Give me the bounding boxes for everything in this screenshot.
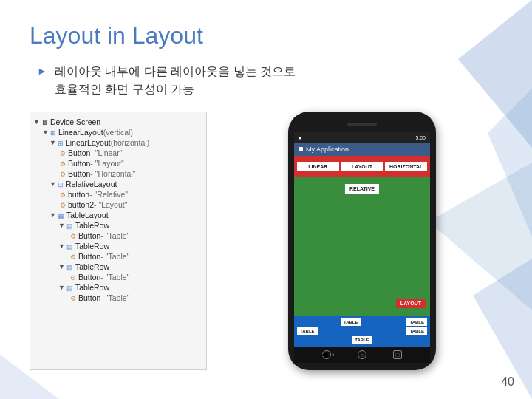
btn-icon: [60, 201, 66, 209]
table-btn: TABLE: [297, 327, 318, 335]
tree-label: button: [68, 190, 89, 199]
phone-screen: My Application LINEAR LAYOUT HORIZONTAL …: [294, 143, 430, 347]
tree-sublabel: - "Table": [100, 231, 129, 240]
horizontal-button: HORIZONTAL: [385, 162, 427, 171]
bullet-item: ► 레이아웃 내부에 다른 레이아웃을 넣는 것으로효율적인 화면 구성이 가능: [37, 63, 502, 98]
tree-item: ▼ LinearLayout (horizontal): [33, 137, 203, 148]
tree-item: ▼ Device Screen: [33, 117, 203, 127]
tree-label: TableRow: [75, 262, 109, 271]
table-icon: [58, 211, 64, 219]
table-btn: TABLE: [406, 327, 427, 335]
tablerow-icon: [66, 263, 73, 271]
tree-sublabel: - "Linear": [90, 149, 122, 157]
tree-label: LinearLayout: [66, 138, 111, 147]
tree-item: Button - "Horizontal": [33, 168, 203, 179]
phone-area: ■ 5:00 My Application LINEAR LAYOUT HORI…: [222, 112, 502, 370]
tree-arrow: ▼: [50, 180, 56, 188]
table-row-1: TABLE TABLE: [297, 318, 427, 326]
tree-item: Button - "Linear": [33, 148, 203, 158]
tablerow-icon: [66, 242, 73, 250]
tree-arrow: ▼: [33, 118, 40, 126]
slide-content: Layout in Layout ► 레이아웃 내부에 다른 레이아웃을 넣는 …: [0, 0, 532, 385]
bullet-text: 레이아웃 내부에 다른 레이아웃을 넣는 것으로효율적인 화면 구성이 가능: [55, 63, 296, 98]
tree-sublabel: - "Layout": [90, 159, 123, 168]
table-layout-area: TABLE TABLE TABLE TABLE TABLE: [294, 316, 430, 347]
linear-layout-row: LINEAR LAYOUT HORIZONTAL: [294, 156, 430, 177]
relative-icon: [58, 180, 64, 188]
device-icon: [41, 118, 48, 126]
btn-icon: [70, 232, 76, 240]
tree-arrow: ▼: [58, 222, 65, 229]
tree-item: Button - "Layout": [33, 158, 203, 168]
tree-label: Button: [68, 159, 90, 168]
status-app-indicator: ■: [299, 135, 301, 140]
tree-panel: ▼ Device Screen ▼ LinearLayout (vertical…: [30, 112, 207, 370]
btn-icon: [60, 191, 66, 199]
tree-sublabel: - "Relative": [89, 190, 128, 199]
table-row-2: TABLE TABLE: [297, 327, 427, 335]
phone-speaker: [347, 123, 377, 126]
tree-arrow: ▼: [50, 139, 56, 146]
tree-item: ▼ TableLayout: [33, 210, 203, 220]
tree-item: Button - "Table": [33, 293, 203, 303]
tree-arrow: ▼: [58, 263, 65, 270]
tree-item: ▼ TableRow: [33, 220, 203, 231]
tree-label: TableRow: [75, 221, 109, 230]
tree-label: Button: [78, 293, 100, 302]
linear-icon: [58, 139, 64, 147]
recents-button[interactable]: □: [393, 350, 402, 359]
tree-item: ▼ TableRow: [33, 241, 203, 251]
tree-label: TableRow: [75, 242, 109, 250]
tree-sublabel: - "Layout": [94, 200, 127, 209]
tablerow-icon: [66, 284, 73, 292]
tree-item: ▼ RelativeLayout: [33, 179, 203, 189]
btn-icon: [60, 149, 66, 157]
back-button[interactable]: ◄: [322, 350, 331, 359]
tree-label: Button: [78, 252, 100, 261]
tree-arrow: ▼: [50, 211, 56, 219]
tree-item: ▼ TableRow: [33, 262, 203, 272]
btn-icon: [70, 273, 76, 282]
phone-nav-bar: ◄ ○ □: [294, 347, 430, 363]
tree-sublabel: (vertical): [103, 128, 133, 137]
relative-btn: RELATIVE: [345, 184, 379, 194]
tree-sublabel: - "Table": [100, 273, 129, 282]
btn-icon: [60, 170, 66, 178]
table-btn: TABLE: [341, 318, 361, 326]
app-icon: [299, 147, 303, 151]
tree-arrow: ▼: [42, 129, 49, 136]
tree-label: Button: [78, 273, 100, 282]
tree-item: button2 - "Layout": [33, 200, 203, 210]
tree-item: button - "Relative": [33, 189, 203, 200]
btn-icon: [70, 253, 76, 261]
tree-item: ▼ TableRow: [33, 282, 203, 293]
tree-label: Device Screen: [50, 117, 100, 126]
tree-item: Button - "Table": [33, 231, 203, 241]
layout-rel-btn: LAYOUT: [396, 299, 426, 308]
tree-label: LinearLayout: [58, 128, 103, 137]
tree-sublabel: (horizontal): [111, 138, 150, 147]
tree-sublabel: - "Table": [100, 252, 129, 261]
linear-button: LINEAR: [297, 162, 339, 171]
home-button[interactable]: ○: [358, 350, 366, 359]
tree-label: RelativeLayout: [66, 180, 117, 188]
relative-layout-area: RELATIVE LAYOUT: [294, 177, 430, 316]
tree-item: ▼ LinearLayout (vertical): [33, 127, 203, 137]
tree-arrow: ▼: [58, 284, 65, 291]
btn-icon: [60, 160, 66, 168]
phone-status-bar: ■ 5:00: [294, 132, 430, 143]
status-time: 5:00: [415, 135, 426, 140]
table-row-3: TABLE: [297, 336, 427, 344]
tree-sublabel: - "Horizontal": [90, 169, 135, 178]
tree-label: Button: [68, 169, 90, 178]
table-btn: TABLE: [406, 318, 427, 326]
tree-label: TableRow: [75, 283, 109, 292]
tree-label: Button: [68, 149, 90, 157]
app-title-bar: My Application: [294, 143, 430, 156]
tree-sublabel: - "Table": [100, 293, 129, 302]
phone-mockup: ■ 5:00 My Application LINEAR LAYOUT HORI…: [288, 112, 436, 370]
table-btn: TABLE: [352, 336, 372, 344]
bullet-arrow-icon: ►: [37, 65, 47, 77]
layout-button: LAYOUT: [341, 162, 383, 171]
slide-title: Layout in Layout: [30, 22, 502, 50]
